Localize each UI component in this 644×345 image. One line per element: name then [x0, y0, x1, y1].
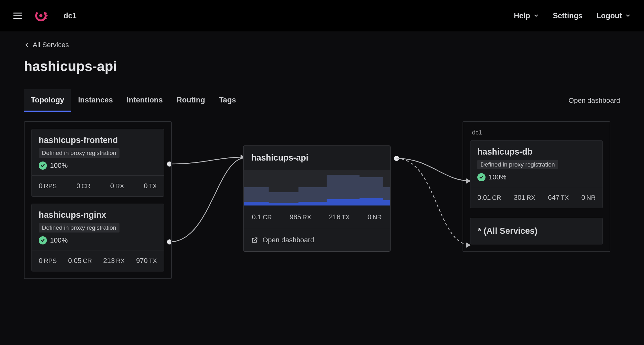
svg-point-8 [394, 156, 399, 161]
card-head: hashicups-nginx Defined in proxy registr… [32, 204, 164, 250]
open-dashboard-label: Open dashboard [263, 236, 314, 244]
tab-tags[interactable]: Tags [212, 89, 243, 112]
breadcrumb-back[interactable]: All Services [24, 41, 620, 49]
open-dashboard-button[interactable]: Open dashboard [244, 229, 390, 251]
check-circle-icon [39, 236, 47, 244]
tab-routing[interactable]: Routing [170, 89, 212, 112]
health-status: 100% [39, 236, 157, 244]
card-title: hashicups-nginx [39, 210, 157, 220]
health-value: 100% [50, 236, 68, 244]
svg-point-3 [46, 15, 48, 17]
tabs: Topology Instances Intentions Routing Ta… [24, 89, 243, 112]
service-card-hashicups-frontend[interactable]: hashicups-frontend Defined in proxy regi… [31, 129, 164, 197]
help-label: Help [514, 11, 530, 20]
settings-link[interactable]: Settings [553, 11, 583, 20]
card-head: hashicups-db Defined in proxy registrati… [470, 141, 602, 187]
metric: 0.01CR [477, 194, 501, 202]
health-status: 100% [477, 173, 596, 181]
card-metrics: 0.01CR 301RX 647TX 0NR [470, 187, 602, 208]
metric: 213RX [103, 257, 125, 265]
traffic-graph [244, 170, 390, 205]
hamburger-menu-icon[interactable] [13, 10, 25, 21]
metric: 301RX [514, 194, 536, 202]
top-nav-left: dc1 [13, 8, 76, 23]
open-dashboard-link[interactable]: Open dashboard [569, 96, 620, 105]
metric: 216TX [329, 213, 350, 221]
topology-canvas: hashicups-frontend Defined in proxy regi… [24, 121, 620, 341]
tabs-row: Topology Instances Intentions Routing Ta… [24, 89, 620, 112]
center-title: hashicups-api [244, 146, 390, 170]
metric: 970TX [136, 257, 157, 265]
card-title: hashicups-db [477, 147, 596, 157]
logout-menu[interactable]: Logout [597, 11, 631, 20]
metric: 0.1CR [252, 213, 272, 221]
card-metrics: 0RPS 0CR 0RX 0TX [32, 175, 164, 196]
metric: 0.05CR [68, 257, 92, 265]
chevron-down-icon [625, 13, 631, 19]
datacenter-selector[interactable]: dc1 [64, 11, 76, 20]
consul-logo-icon [33, 8, 48, 23]
card-metrics: 0RPS 0.05CR 213RX 970TX [32, 250, 164, 271]
downstream-column: hashicups-frontend Defined in proxy regi… [24, 121, 172, 279]
metric: 0RX [110, 182, 124, 190]
metric: 0NR [368, 213, 382, 221]
help-menu[interactable]: Help [514, 11, 539, 20]
metric: 0NR [581, 194, 596, 202]
metric: 0RPS [39, 257, 57, 265]
metric: 985RX [290, 213, 311, 221]
page-title: hashicups-api [24, 58, 620, 74]
proxy-registration-badge: Defined in proxy registration [39, 148, 119, 158]
external-link-icon [251, 237, 258, 244]
center-service-card[interactable]: hashicups-api 0.1CR 985RX 216TX 0NR Open… [243, 146, 390, 251]
metric: 647TX [548, 194, 569, 202]
upstream-column: dc1 hashicups-db Defined in proxy regist… [463, 121, 610, 252]
card-title: hashicups-frontend [39, 135, 157, 145]
metric: 0TX [144, 182, 157, 190]
check-circle-icon [477, 173, 486, 181]
center-metrics: 0.1CR 985RX 216TX 0NR [244, 205, 390, 229]
chevron-down-icon [533, 13, 539, 19]
service-card-hashicups-nginx[interactable]: hashicups-nginx Defined in proxy registr… [31, 204, 164, 271]
all-services-card[interactable]: * (All Services) [470, 218, 603, 244]
health-status: 100% [39, 162, 157, 170]
health-value: 100% [50, 162, 68, 170]
card-head: hashicups-frontend Defined in proxy regi… [32, 129, 164, 175]
breadcrumb-label: All Services [33, 41, 69, 49]
check-circle-icon [39, 162, 47, 170]
tab-intentions[interactable]: Intentions [120, 89, 170, 112]
logout-label: Logout [597, 11, 622, 20]
top-nav-right: Help Settings Logout [514, 11, 631, 20]
service-card-hashicups-db[interactable]: hashicups-db Defined in proxy registrati… [470, 140, 603, 208]
upstream-dc-label: dc1 [470, 129, 603, 140]
svg-point-1 [39, 14, 42, 17]
svg-point-2 [45, 13, 47, 14]
proxy-registration-badge: Defined in proxy registration [39, 223, 119, 233]
page-body: All Services hashicups-api Topology Inst… [0, 31, 644, 345]
tab-topology[interactable]: Topology [24, 89, 71, 112]
tab-instances[interactable]: Instances [71, 89, 120, 112]
metric: 0CR [76, 182, 91, 190]
health-value: 100% [489, 173, 506, 181]
chevron-left-icon [24, 42, 30, 48]
proxy-registration-badge: Defined in proxy registration [477, 160, 558, 169]
metric: 0RPS [39, 182, 57, 190]
top-nav: dc1 Help Settings Logout [0, 0, 644, 31]
svg-point-4 [45, 18, 47, 19]
